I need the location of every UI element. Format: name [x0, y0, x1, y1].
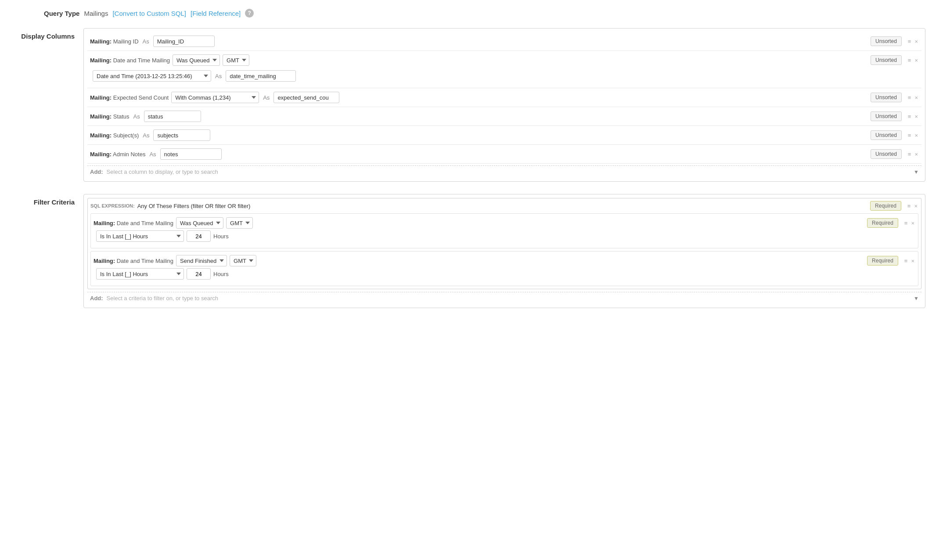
convert-to-sql-link[interactable]: [Convert to Custom SQL]	[112, 10, 186, 17]
filter-criteria-label: Filter Criteria	[18, 194, 75, 308]
filter2-close-icon[interactable]: ×	[910, 257, 915, 265]
outer-filter-reorder-icon[interactable]: ≡	[907, 202, 912, 210]
filter-add-placeholder[interactable]: Select a criteria to filter on, or type …	[107, 295, 911, 302]
display-columns-add-row: Add: Select a column to display, or type…	[87, 165, 921, 178]
col2-sort-button[interactable]: Unsorted	[871, 55, 902, 65]
col5-close-icon[interactable]: ×	[914, 131, 919, 140]
col6-reorder-icon[interactable]: ≡	[907, 150, 912, 158]
col2-reorder-icon[interactable]: ≡	[907, 56, 912, 65]
col3-format-select[interactable]: With Commas (1,234)	[171, 92, 259, 103]
col2-alias-input[interactable]	[226, 70, 296, 82]
col5-alias-input[interactable]	[153, 129, 210, 141]
filter2-sub-row: Is In Last [_] Hours Hours	[94, 266, 915, 282]
display-columns-section: Display Columns Mailing: Mailing ID As U…	[18, 28, 925, 182]
filter-criteria-content: SQL Expression: Any Of These Filters (fi…	[83, 194, 925, 308]
filter1-close-icon[interactable]: ×	[910, 219, 915, 227]
col5-sort-button[interactable]: Unsorted	[871, 130, 902, 140]
filter-inner-1: Mailing: Date and Time Mailing Was Queue…	[90, 213, 918, 248]
col2-field-label: Mailing: Date and Time Mailing	[90, 57, 170, 64]
outer-filter-header: SQL Expression: Any Of These Filters (fi…	[90, 201, 918, 211]
display-column-row-4: Mailing: Status As Unsorted ≡ ×	[87, 107, 921, 126]
filter2-required-button[interactable]: Required	[867, 256, 898, 266]
query-type-row: Query Type Mailings [Convert to Custom S…	[18, 9, 925, 18]
filter-inner-2: Mailing: Date and Time Mailing Send Fini…	[90, 251, 918, 286]
col1-alias-input[interactable]	[153, 36, 215, 47]
col2-close-icon[interactable]: ×	[914, 56, 919, 65]
filter1-hours-input[interactable]	[187, 230, 211, 242]
col6-field-label: Mailing: Admin Notes	[90, 151, 145, 158]
col3-alias-input[interactable]	[274, 92, 339, 103]
col4-close-icon[interactable]: ×	[914, 112, 919, 121]
display-column-row-2: Mailing: Date and Time Mailing Was Queue…	[87, 51, 921, 88]
col2-sub-row: Date and Time (2013-12-25 13:25:46) As	[90, 68, 299, 84]
col1-close-icon[interactable]: ×	[914, 37, 919, 46]
col4-reorder-icon[interactable]: ≡	[907, 112, 912, 121]
filter2-reorder-icon[interactable]: ≡	[903, 257, 909, 265]
display-column-row-5: Mailing: Subject(s) As Unsorted ≡ ×	[87, 126, 921, 145]
query-type-value: Mailings	[84, 10, 108, 17]
filter2-hours-label: Hours	[213, 271, 229, 277]
col3-sort-button[interactable]: Unsorted	[871, 93, 902, 102]
display-columns-content: Mailing: Mailing ID As Unsorted ≡ × Mail…	[83, 28, 925, 182]
col4-field-label: Mailing: Status	[90, 113, 130, 120]
filter1-reorder-icon[interactable]: ≡	[903, 219, 909, 227]
query-type-label: Query Type	[44, 10, 79, 17]
outer-filter-required-button[interactable]: Required	[870, 201, 901, 211]
display-add-arrow[interactable]: ▼	[914, 169, 919, 175]
filter-add-row: Add: Select a criteria to filter on, or …	[87, 292, 921, 304]
filter1-field-label: Mailing: Date and Time Mailing	[94, 220, 173, 226]
filter1-event-select[interactable]: Was Queued	[176, 217, 223, 229]
outer-filter-description: Any Of These Filters (filter OR filter O…	[137, 203, 251, 209]
display-column-row-6: Mailing: Admin Notes As Unsorted ≡ ×	[87, 145, 921, 164]
col3-reorder-icon[interactable]: ≡	[907, 93, 912, 102]
display-columns-label: Display Columns	[18, 28, 75, 182]
display-column-row-3: Mailing: Expected Send Count With Commas…	[87, 88, 921, 107]
col6-alias-input[interactable]	[160, 148, 222, 160]
filter2-top-row: Mailing: Date and Time Mailing Send Fini…	[91, 251, 918, 286]
filter1-required-button[interactable]: Required	[867, 218, 898, 228]
filter2-hours-input[interactable]	[187, 268, 211, 280]
sql-expression-label: SQL Expression:	[90, 203, 135, 208]
col5-field-label: Mailing: Subject(s)	[90, 132, 139, 139]
col1-sort-button[interactable]: Unsorted	[871, 36, 902, 46]
filter1-condition-select[interactable]: Is In Last [_] Hours	[96, 230, 184, 242]
filter1-hours-label: Hours	[213, 233, 229, 240]
filter2-timezone-select[interactable]: GMT	[230, 255, 256, 266]
col1-reorder-icon[interactable]: ≡	[907, 37, 912, 46]
outer-filter: SQL Expression: Any Of These Filters (fi…	[87, 198, 921, 289]
filter2-field-label: Mailing: Date and Time Mailing	[94, 258, 173, 264]
display-add-placeholder[interactable]: Select a column to display, or type to s…	[107, 169, 911, 175]
filter1-timezone-select[interactable]: GMT	[226, 217, 253, 229]
col3-field-label: Mailing: Expected Send Count	[90, 94, 169, 101]
help-icon[interactable]: ?	[245, 9, 254, 18]
col4-alias-input[interactable]	[144, 111, 201, 122]
col2-datetime-select[interactable]: Date and Time (2013-12-25 13:25:46)	[93, 70, 211, 82]
outer-filter-close-icon[interactable]: ×	[913, 202, 918, 210]
filter-criteria-section: Filter Criteria SQL Expression: Any Of T…	[18, 194, 925, 308]
col1-actions: ≡ ×	[907, 37, 919, 46]
col4-sort-button[interactable]: Unsorted	[871, 111, 902, 121]
col3-close-icon[interactable]: ×	[914, 93, 919, 102]
filter2-condition-select[interactable]: Is In Last [_] Hours	[96, 268, 184, 280]
col6-sort-button[interactable]: Unsorted	[871, 149, 902, 159]
filter-add-arrow[interactable]: ▼	[914, 295, 919, 302]
display-column-row-1: Mailing: Mailing ID As Unsorted ≡ ×	[87, 32, 921, 51]
filter1-sub-row: Is In Last [_] Hours Hours	[94, 229, 915, 244]
col6-close-icon[interactable]: ×	[914, 150, 919, 158]
filter2-event-select[interactable]: Send Finished	[176, 255, 227, 266]
col5-reorder-icon[interactable]: ≡	[907, 131, 912, 140]
col1-field-label: Mailing: Mailing ID	[90, 38, 139, 45]
field-reference-link[interactable]: [Field Reference]	[191, 10, 241, 17]
col2-gmt-select[interactable]: GMT	[223, 54, 249, 66]
filter1-top-row: Mailing: Date and Time Mailing Was Queue…	[91, 214, 918, 248]
col2-queued-select[interactable]: Was Queued	[173, 54, 220, 66]
